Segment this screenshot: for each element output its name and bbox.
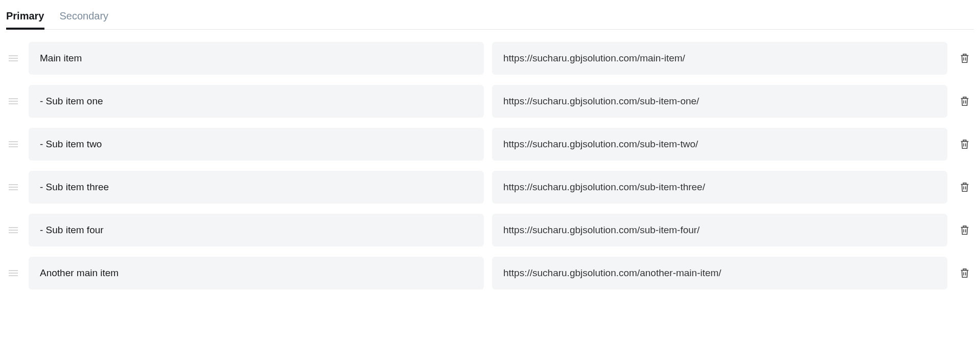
nav-row bbox=[6, 42, 974, 75]
delete-button[interactable] bbox=[955, 225, 974, 236]
nav-label-input[interactable] bbox=[29, 85, 484, 118]
trash-icon bbox=[959, 225, 970, 236]
nav-label-input[interactable] bbox=[29, 171, 484, 204]
tabs-bar: Primary Secondary bbox=[6, 6, 974, 30]
tab-primary[interactable]: Primary bbox=[6, 6, 44, 29]
delete-button[interactable] bbox=[955, 267, 974, 279]
delete-button[interactable] bbox=[955, 53, 974, 64]
nav-url-input[interactable] bbox=[492, 171, 947, 204]
nav-row bbox=[6, 257, 974, 289]
drag-handle-icon[interactable] bbox=[6, 270, 20, 277]
drag-handle-icon[interactable] bbox=[6, 141, 20, 148]
nav-label-input[interactable] bbox=[29, 214, 484, 247]
drag-handle-icon[interactable] bbox=[6, 227, 20, 234]
nav-label-input[interactable] bbox=[29, 257, 484, 289]
delete-button[interactable] bbox=[955, 96, 974, 107]
nav-row bbox=[6, 128, 974, 161]
nav-label-input[interactable] bbox=[29, 128, 484, 161]
trash-icon bbox=[959, 139, 970, 150]
nav-row bbox=[6, 171, 974, 204]
delete-button[interactable] bbox=[955, 139, 974, 150]
nav-url-input[interactable] bbox=[492, 214, 947, 247]
nav-url-input[interactable] bbox=[492, 42, 947, 75]
tab-secondary[interactable]: Secondary bbox=[60, 6, 109, 29]
nav-row bbox=[6, 85, 974, 118]
nav-url-input[interactable] bbox=[492, 128, 947, 161]
nav-url-input[interactable] bbox=[492, 85, 947, 118]
drag-handle-icon[interactable] bbox=[6, 98, 20, 105]
trash-icon bbox=[959, 53, 970, 64]
trash-icon bbox=[959, 267, 970, 279]
nav-row bbox=[6, 214, 974, 247]
drag-handle-icon[interactable] bbox=[6, 55, 20, 62]
nav-url-input[interactable] bbox=[492, 257, 947, 289]
trash-icon bbox=[959, 182, 970, 193]
trash-icon bbox=[959, 96, 970, 107]
nav-list bbox=[6, 42, 974, 289]
delete-button[interactable] bbox=[955, 182, 974, 193]
nav-label-input[interactable] bbox=[29, 42, 484, 75]
drag-handle-icon[interactable] bbox=[6, 184, 20, 191]
